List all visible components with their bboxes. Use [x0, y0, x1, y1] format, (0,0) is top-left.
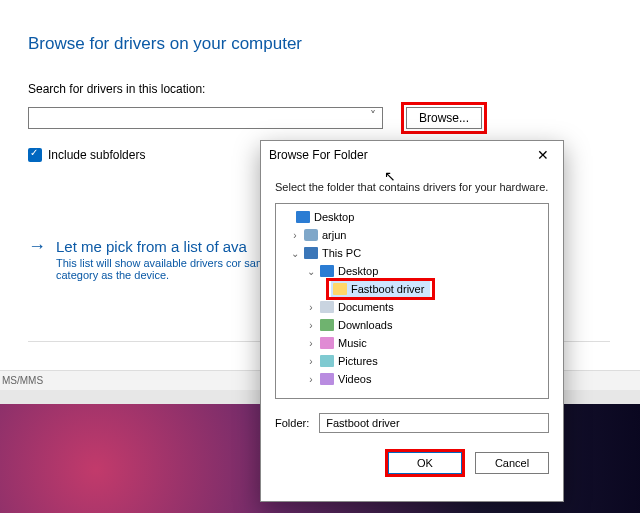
tree-music[interactable]: Music [338, 337, 367, 349]
desktop-icon [296, 211, 310, 223]
include-subfolders-checkbox[interactable] [28, 148, 42, 162]
tree-videos[interactable]: Videos [338, 373, 371, 385]
pictures-icon [320, 355, 334, 367]
browse-button[interactable]: Browse... [406, 107, 482, 129]
expander-icon[interactable]: › [306, 356, 316, 367]
arrow-right-icon: → [28, 236, 46, 281]
search-location-label: Search for drivers in this location: [28, 82, 610, 96]
downloads-icon [320, 319, 334, 331]
include-subfolders-label: Include subfolders [48, 148, 145, 162]
folder-input[interactable] [319, 413, 549, 433]
user-folder-icon [304, 229, 318, 241]
let-me-pick-sub: This list will show available drivers co… [56, 257, 286, 281]
expander-icon[interactable]: › [306, 374, 316, 385]
page-heading: Browse for drivers on your computer [28, 34, 610, 54]
expander-icon[interactable]: › [290, 230, 300, 241]
folder-icon [333, 283, 347, 295]
expander-icon[interactable]: › [306, 302, 316, 313]
expander-icon[interactable]: ⌄ [306, 266, 316, 277]
highlight-ok: OK [385, 449, 465, 477]
close-icon[interactable]: ✕ [531, 147, 555, 163]
tree-pc-desktop[interactable]: Desktop [338, 265, 378, 277]
browse-for-folder-dialog: Browse For Folder ✕ Select the folder th… [260, 140, 564, 502]
videos-icon [320, 373, 334, 385]
let-me-pick-title: Let me pick from a list of ava [56, 238, 286, 255]
expander-icon[interactable]: ⌄ [290, 248, 300, 259]
folder-tree[interactable]: Desktop › arjun ⌄ This PC ⌄ Desktop Fast… [275, 203, 549, 399]
folder-label: Folder: [275, 417, 309, 429]
tree-pictures[interactable]: Pictures [338, 355, 378, 367]
this-pc-icon [304, 247, 318, 259]
dialog-instruction: Select the folder that contains drivers … [261, 169, 563, 203]
cancel-button[interactable]: Cancel [475, 452, 549, 474]
highlight-browse: Browse... [401, 102, 487, 134]
path-combobox[interactable] [28, 107, 383, 129]
documents-icon [320, 301, 334, 313]
tree-this-pc[interactable]: This PC [322, 247, 361, 259]
tree-documents[interactable]: Documents [338, 301, 394, 313]
expander-icon[interactable]: › [306, 338, 316, 349]
desktop-icon [320, 265, 334, 277]
dialog-title: Browse For Folder [269, 148, 368, 162]
tree-fastboot-driver[interactable]: Fastboot driver [351, 283, 424, 295]
expander-icon[interactable]: › [306, 320, 316, 331]
tree-user[interactable]: arjun [322, 229, 346, 241]
music-icon [320, 337, 334, 349]
tree-downloads[interactable]: Downloads [338, 319, 392, 331]
highlight-fastboot: Fastboot driver [326, 278, 435, 300]
tree-desktop[interactable]: Desktop [314, 211, 354, 223]
ok-button[interactable]: OK [388, 452, 462, 474]
